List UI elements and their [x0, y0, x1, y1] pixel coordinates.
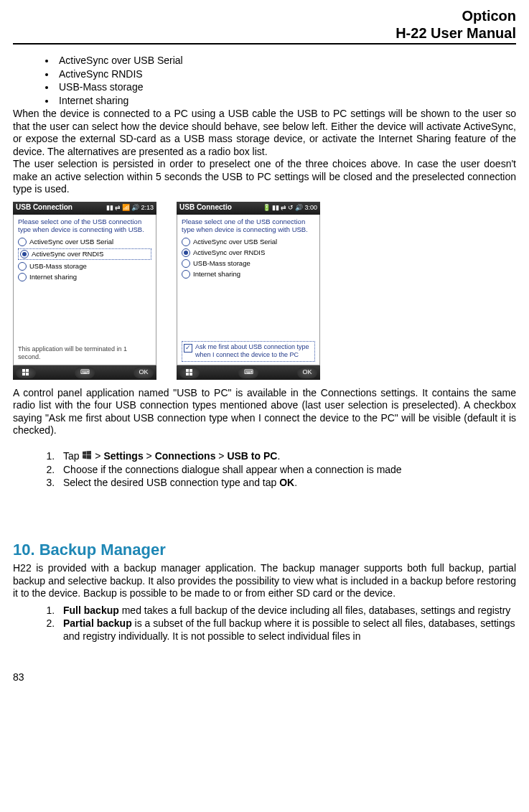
- titlebar-icons: ▮▮ ⇄ 📶 🔊 2:13: [106, 204, 154, 212]
- clock-text: 3:00: [304, 204, 317, 212]
- instruction-text: Please select one of the USB connection …: [182, 218, 315, 234]
- keyboard-icon: ⌨: [75, 367, 95, 378]
- steps-list: Tap > Settings > Connections > USB to PC…: [42, 450, 516, 490]
- bold-partial-backup: Partial backup: [63, 617, 132, 629]
- page-header: Opticon H-22 User Manual: [13, 7, 516, 45]
- section-heading: 10. Backup Manager: [13, 540, 516, 560]
- screenshot-left: USB Connection ▮▮ ⇄ 📶 🔊 2:13 Please sele…: [13, 202, 156, 380]
- bold-usbtopc: USB to PC: [227, 450, 277, 462]
- svg-rect-2: [22, 373, 25, 375]
- list-item: Partial backup is a subset of the full b…: [57, 617, 516, 643]
- radio-option: ActiveSync over USB Serial: [18, 238, 151, 246]
- ok-button: OK: [134, 367, 154, 378]
- clock-text: 2:13: [141, 204, 154, 212]
- list-item: Full backup med takes a full backup of t…: [57, 605, 516, 617]
- titlebar: USB Connection ▮▮ ⇄ 📶 🔊 2:13: [13, 202, 156, 215]
- checkbox-label: Ask me first about USB connection type w…: [195, 343, 313, 360]
- section-title: Backup Manager: [39, 541, 166, 559]
- footer-text: This application will be terminated in 1…: [18, 345, 151, 362]
- connection-icon: ⇄: [281, 204, 286, 212]
- keyboard-icon: ⌨: [238, 367, 258, 378]
- bold-settings: Settings: [103, 450, 143, 462]
- bullet-item: ActiveSync RNDIS: [56, 68, 516, 81]
- radio-icon: [18, 238, 27, 246]
- svg-rect-6: [186, 373, 189, 375]
- paragraph: A control panel application named "USB t…: [13, 387, 516, 437]
- radio-icon: [20, 250, 29, 258]
- svg-rect-3: [26, 373, 29, 375]
- antenna-icon: 📶: [122, 204, 130, 212]
- speaker-icon: 🔊: [131, 204, 139, 212]
- ok-button: OK: [297, 367, 317, 378]
- backup-list: Full backup med takes a full backup of t…: [42, 605, 516, 643]
- bold-ok: OK: [279, 477, 294, 488]
- feature-bullets: ActiveSync over USB Serial ActiveSync RN…: [42, 55, 516, 107]
- bullet-item: USB-Mass storage: [56, 81, 516, 94]
- windows-icon: [16, 367, 36, 378]
- titlebar-title: USB Connectio: [179, 203, 263, 213]
- screenshot-right: USB Connectio 🔋 ▮▮ ⇄ ↺ 🔊 3:00 Please sel…: [177, 202, 320, 380]
- signal-icon: ▮▮: [272, 204, 279, 212]
- radio-option: ActiveSync over RNDIS: [182, 248, 315, 257]
- radio-icon: [182, 238, 190, 246]
- radio-option: Internet sharing: [18, 273, 151, 281]
- radio-icon: [18, 262, 27, 271]
- bullet-item: Internet sharing: [56, 95, 516, 108]
- header-line1: Opticon: [462, 8, 516, 24]
- bold-connections: Connections: [155, 450, 216, 462]
- step-item: Choose if the connections dialogue shall…: [57, 464, 516, 477]
- paragraph: The user selection is persisted in order…: [13, 158, 516, 196]
- checkbox-icon: ✓: [184, 344, 192, 353]
- battery-icon: 🔋: [263, 204, 271, 212]
- radio-icon: [18, 273, 27, 281]
- bold-full-backup: Full backup: [63, 605, 119, 616]
- page-number: 83: [13, 671, 516, 684]
- bottombar: ⌨ OK: [177, 365, 320, 380]
- radio-option: USB-Mass storage: [18, 262, 151, 271]
- sync-icon: ↺: [288, 204, 294, 212]
- radio-icon: [182, 248, 190, 257]
- screenshots-row: USB Connection ▮▮ ⇄ 📶 🔊 2:13 Please sele…: [13, 202, 516, 380]
- connection-icon: ⇄: [115, 204, 121, 212]
- radio-icon: [182, 270, 190, 279]
- speaker-icon: 🔊: [295, 204, 303, 212]
- step-item: Tap > Settings > Connections > USB to PC…: [57, 450, 516, 463]
- radio-option: ActiveSync over USB Serial: [182, 238, 315, 246]
- signal-icon: ▮▮: [106, 204, 113, 212]
- bullet-item: ActiveSync over USB Serial: [56, 55, 516, 67]
- svg-rect-1: [26, 369, 29, 372]
- bottombar: ⌨ OK: [13, 365, 156, 380]
- askme-checkbox: ✓ Ask me first about USB connection type…: [182, 341, 315, 362]
- titlebar-icons: 🔋 ▮▮ ⇄ ↺ 🔊 3:00: [263, 204, 317, 212]
- svg-rect-4: [186, 369, 189, 372]
- titlebar-title: USB Connection: [16, 203, 106, 213]
- paragraph: When the device is connected to a PC usi…: [13, 108, 516, 158]
- radio-option: ActiveSync over RNDIS: [18, 248, 151, 260]
- radio-icon: [182, 259, 190, 268]
- phone-body: Please select one of the USB connection …: [13, 215, 156, 365]
- instruction-text: Please select one of the USB connection …: [18, 218, 151, 234]
- paragraph: H22 is provided with a backup manager ap…: [13, 562, 516, 600]
- radio-option: Internet sharing: [182, 270, 315, 279]
- titlebar: USB Connectio 🔋 ▮▮ ⇄ ↺ 🔊 3:00: [177, 202, 320, 215]
- svg-rect-0: [22, 369, 25, 372]
- phone-body: Please select one of the USB connection …: [177, 215, 320, 365]
- windows-icon: [179, 367, 200, 378]
- section-number: 10.: [13, 541, 35, 559]
- svg-rect-5: [189, 369, 192, 372]
- svg-rect-7: [189, 373, 192, 375]
- step-item: Select the desired USB connection type a…: [57, 477, 516, 490]
- windows-flag-icon: [82, 450, 92, 463]
- header-line2: H-22 User Manual: [395, 25, 516, 41]
- radio-option: USB-Mass storage: [182, 259, 315, 268]
